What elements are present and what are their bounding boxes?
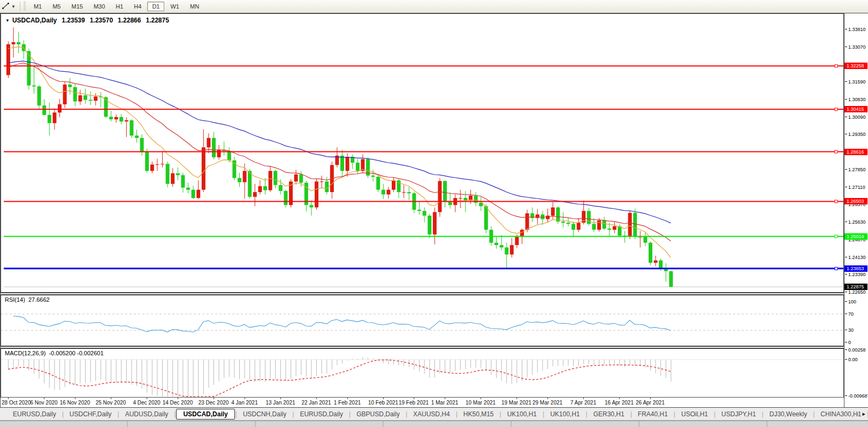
- time-axis-label: 19 Mar 2021: [501, 400, 531, 406]
- axis-tick-label: 0: [845, 340, 851, 345]
- price-line-label: 1.22875: [844, 284, 867, 290]
- axis-tick-label: 70: [845, 311, 854, 317]
- tab-scroll-left-icon[interactable]: ◂: [855, 410, 858, 417]
- toolbar-grip[interactable]: [24, 2, 26, 11]
- ohlc-low: 1.22866: [118, 17, 141, 24]
- time-axis-tick: [516, 398, 517, 399]
- tab-separator: |: [118, 410, 119, 418]
- ohlc-open: 1.23539: [62, 17, 85, 24]
- time-axis-tick: [147, 398, 147, 399]
- tab-separator: |: [543, 410, 544, 418]
- tab-scroll-right-icon[interactable]: ▸: [862, 410, 865, 417]
- bottom-strip: [0, 421, 868, 427]
- symbol-tab-audusd-daily[interactable]: AUDUSD,Daily: [120, 409, 174, 419]
- time-axis-tick: [8, 398, 9, 399]
- timeframe-button-d1[interactable]: D1: [147, 2, 164, 11]
- axis-tick-label: 1.30090: [845, 115, 866, 120]
- time-axis-tick: [414, 398, 414, 399]
- chart-symbol: USDCAD,Daily: [12, 17, 57, 24]
- time-axis-tick: [178, 398, 178, 399]
- axis-tick-label: 0.00: [845, 357, 858, 362]
- axis-tick-label: 1.27850: [845, 167, 866, 172]
- rsi-value: 27.6662: [28, 296, 50, 303]
- time-axis-label: 4 Jan 2021: [231, 400, 258, 406]
- timeframe-button-m15[interactable]: M15: [66, 2, 87, 11]
- symbol-tab-eurusd-daily[interactable]: EURUSD,Daily: [294, 409, 348, 419]
- time-axis-label: 16 Nov 2020: [60, 400, 90, 406]
- time-axis-tick: [481, 398, 481, 399]
- symbol-tab-usdjpy-h1[interactable]: USDJPY,H1: [716, 409, 761, 419]
- timeframe-button-m30[interactable]: M30: [89, 2, 110, 11]
- tab-separator: |: [674, 410, 675, 418]
- time-axis-label: 28 Oct 2020: [2, 400, 31, 406]
- time-axis-label: 10 Mar 2021: [466, 400, 496, 406]
- symbol-tab-gbpusd-daily[interactable]: GBPUSD,Daily: [351, 409, 405, 419]
- tab-separator: |: [762, 410, 764, 418]
- symbol-tab-usoil-h1[interactable]: USOil,H1: [676, 409, 713, 419]
- trendline-tool-icon: [2, 2, 10, 11]
- axis-tick-label: 0.00258: [845, 347, 866, 353]
- axis-tick-label: 30: [845, 327, 854, 333]
- time-axis-tick: [383, 398, 384, 399]
- time-axis-label: 26 Apr 2021: [636, 400, 665, 406]
- time-axis[interactable]: 28 Oct 20206 Nov 202016 Nov 202025 Nov 2…: [1, 398, 844, 407]
- axis-tick-label: 100: [845, 299, 856, 304]
- main-chart-canvas[interactable]: [1, 13, 844, 293]
- time-axis-tick: [445, 398, 445, 399]
- timeframe-button-w1[interactable]: W1: [165, 2, 184, 11]
- symbol-tab-fra40-h1[interactable]: FRA40,H1: [633, 409, 673, 419]
- time-axis-tick: [75, 398, 75, 399]
- macd-pane-canvas[interactable]: [1, 348, 844, 398]
- symbol-tab-usdchf-daily[interactable]: USDCHF,Daily: [64, 409, 117, 419]
- tab-separator: |: [500, 410, 501, 418]
- symbol-tab-uk100-h1[interactable]: UK100,H1: [545, 409, 585, 419]
- symbol-tab-eurusd-daily[interactable]: EURUSD,Daily: [7, 409, 62, 419]
- symbol-tab-xauusd-h4[interactable]: XAUUSD,H4: [408, 409, 455, 419]
- symbol-tab-usdcad-daily[interactable]: USDCAD,Daily: [176, 409, 234, 420]
- symbol-tab-usdcnh-daily[interactable]: USDCNH,Daily: [238, 409, 292, 419]
- price-line-label: 1.25019: [844, 233, 867, 240]
- timeframe-buttons: M1M5M15M30H1H4D1W1MN: [28, 2, 204, 11]
- axis-tick-label: 1.33070: [845, 44, 866, 50]
- axis-tick-label: 1.29350: [845, 132, 866, 137]
- timeframe-toolbar: ▼ M1M5M15M30H1H4D1W1MN: [0, 0, 868, 13]
- symbol-tab-bar: EURUSD,Daily|USDCHF,Daily|AUDUSD,Daily|U…: [0, 408, 868, 421]
- time-axis-tick: [583, 398, 584, 399]
- symbol-tab-uk100-h1[interactable]: UK100,H1: [502, 409, 542, 419]
- time-axis-tick: [214, 398, 214, 399]
- price-line-label: 1.28616: [844, 149, 867, 155]
- timeframe-button-mn[interactable]: MN: [185, 2, 204, 11]
- trendline-tool-button[interactable]: ▼: [0, 2, 18, 11]
- price-line-label: 1.32258: [844, 63, 867, 69]
- symbol-tab-ger30-h1[interactable]: GER30,H1: [588, 409, 630, 419]
- axis-tick-label: 1.31590: [845, 79, 866, 85]
- axis-tick-label: 1.22650: [845, 289, 866, 295]
- axis-tick-label: 1.30830: [845, 97, 866, 102]
- time-axis-label: 1 Feb 2021: [334, 400, 361, 406]
- macd-values: -0.005200 -0.002601: [49, 350, 103, 356]
- price-line-label: 1.26503: [844, 198, 867, 204]
- timeframe-button-m5[interactable]: M5: [48, 2, 65, 11]
- time-axis-label: 19 Feb 2021: [399, 400, 429, 406]
- price-axis[interactable]: 1.338101.330701.315901.308301.300901.293…: [844, 13, 868, 407]
- ohlc-close: 1.22875: [146, 17, 169, 24]
- tab-separator: |: [586, 410, 588, 418]
- chart-title: ▼ USDCAD,Daily 1.23539 1.23570 1.22866 1…: [5, 17, 169, 24]
- timeframe-button-m1[interactable]: M1: [29, 2, 47, 11]
- axis-tick-label: -0.009687: [845, 393, 868, 399]
- axis-tick-label: 1.24130: [845, 255, 866, 260]
- timeframe-button-h4[interactable]: H4: [129, 2, 146, 11]
- symbol-tab-hk50-m15[interactable]: HK50,M15: [458, 409, 499, 419]
- time-axis-tick: [547, 398, 548, 399]
- rsi-indicator-label: RSI(14)27.6662: [5, 296, 50, 303]
- axis-tick-label: 1.25630: [845, 219, 866, 225]
- time-axis-tick: [280, 398, 281, 399]
- time-axis-tick: [650, 398, 651, 399]
- timeframe-button-h1[interactable]: H1: [111, 2, 128, 11]
- symbol-tab-dj30-weekly[interactable]: DJ30,Weekly: [764, 409, 812, 419]
- triangle-down-icon[interactable]: ▼: [5, 18, 10, 23]
- time-axis-label: 23 Dec 2020: [199, 400, 229, 406]
- axis-tick-label: 1.27110: [845, 185, 865, 190]
- time-axis-label: 22 Jan 2021: [301, 400, 331, 406]
- rsi-pane-canvas[interactable]: [1, 295, 844, 346]
